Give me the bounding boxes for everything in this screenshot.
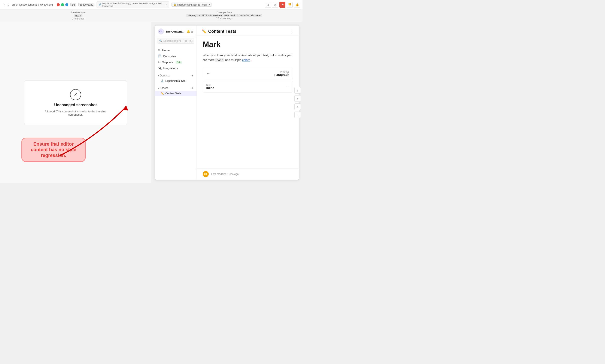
changes-info: Changes from steeve/rnd-4976-add-members…: [151, 11, 297, 20]
next-card-label: Next: [206, 84, 214, 86]
docs-add-button[interactable]: +: [191, 74, 193, 78]
side-buttons: ↓ ⤢ + −: [293, 85, 303, 120]
text-code: code: [215, 58, 224, 62]
indicators: [57, 3, 68, 6]
baseline-time: 2 hours ago: [72, 17, 84, 20]
sidebar: CT The Content T... 🔔 ⊟ 🔍 Search content…: [155, 26, 197, 180]
check-icon: ✓: [70, 89, 81, 100]
spaces-section: ▾ Spaces + ✏️ Content Tests: [155, 85, 196, 96]
nav-docs-sites[interactable]: 📄 Docs sites: [155, 53, 196, 59]
zoom-in-button[interactable]: +: [294, 104, 301, 110]
expand-button[interactable]: ⤢: [294, 95, 301, 102]
page-body-text: When you think your bold or italic about…: [203, 53, 293, 63]
docs-icon: 📄: [158, 54, 162, 58]
baseline-branch: main: [74, 14, 82, 17]
sidebar-header: CT The Content T... 🔔 ⊟: [155, 26, 196, 36]
nav-docs-label: Docs sites: [163, 55, 176, 58]
url-text: http://localhost:5000/o/org_content-test…: [102, 2, 165, 7]
nav-content-tests[interactable]: ✏️ Content Tests: [155, 91, 196, 96]
spec-icon: 🔒: [173, 3, 176, 6]
page-title: Mark: [203, 40, 293, 49]
search-bar[interactable]: 🔍 Search content ⌘ K: [157, 38, 194, 44]
unchanged-card: ✓ Unchanged screenshot All good! This sc…: [24, 80, 127, 125]
nav-integrations[interactable]: 🔌 Integrations: [155, 65, 196, 71]
content-header-title: Content Tests: [208, 29, 237, 34]
chevron-spaces-icon: ▾: [158, 87, 159, 89]
content-body: Mark When you think your bold or italic …: [197, 36, 299, 168]
search-k: K: [189, 39, 193, 42]
content-header: ✏️ Content Tests ⋮: [197, 26, 299, 36]
docs-section: ▾ Docs si... + 🔬 Experimental Site: [155, 73, 196, 83]
nav-up-button[interactable]: ↑: [2, 2, 6, 7]
changes-time: 22 minutes ago: [216, 17, 232, 19]
spaces-section-header[interactable]: ▾ Spaces +: [155, 85, 196, 91]
spec-link[interactable]: 🔒 specs/content.spec.ts › mark ↗: [171, 2, 212, 7]
annotation-bubble: Ensure that editor content has no style …: [21, 138, 86, 162]
docs-section-header[interactable]: ▾ Docs si... +: [155, 73, 196, 78]
nav-integrations-label: Integrations: [163, 66, 178, 70]
chevron-down-icon: ▾: [158, 75, 159, 77]
nav-down-button[interactable]: ↓: [7, 2, 10, 7]
close-diff-button[interactable]: ✕: [272, 2, 278, 8]
sidebar-header-icons: 🔔 ⊟: [186, 30, 193, 33]
external-link-icon: ↗: [166, 3, 167, 6]
main-area: ✓ Unchanged screenshot All good! This sc…: [0, 22, 303, 183]
prev-card-right: Previous Paragraph: [274, 70, 289, 77]
eye-button[interactable]: 👁: [279, 2, 285, 8]
content-footer: CT Last modified 10mo ago: [197, 168, 299, 180]
screenshot-counter: 1/3: [70, 3, 76, 6]
nav-snippets[interactable]: ✂ Snippets Beta: [155, 59, 196, 65]
link-icon: 🔗: [99, 3, 102, 6]
beta-badge: Beta: [176, 61, 182, 64]
zoom-out-button[interactable]: −: [294, 112, 301, 118]
spaces-add-button[interactable]: +: [191, 86, 193, 90]
unchanged-title: Unchanged screenshot: [54, 103, 97, 107]
more-options-button[interactable]: ⋮: [290, 29, 294, 34]
app-content: ✏️ Content Tests ⋮ Mark When you think y…: [197, 26, 299, 180]
next-card-left: Next Inline: [206, 84, 214, 90]
spec-text: specs/content.spec.ts › mark: [177, 3, 207, 6]
search-icon: 🔍: [159, 39, 162, 42]
last-modified-text: Last modified 10mo ago: [211, 173, 239, 176]
indicator-red: [57, 3, 60, 6]
grid-view-button[interactable]: ⊞: [265, 2, 271, 8]
url-bar[interactable]: 🔗 http://localhost:5000/o/org_content-te…: [97, 1, 169, 8]
download-button[interactable]: ↓: [294, 87, 301, 93]
nav-main: ⊞ Home 📄 Docs sites ✂ Snippets Beta 🔌: [155, 47, 196, 71]
text-italic: italic: [242, 53, 247, 57]
search-placeholder: Search content: [164, 39, 183, 42]
layout-icon[interactable]: ⊟: [191, 30, 193, 33]
nav-experimental-site[interactable]: 🔬 Experimental Site: [155, 78, 196, 83]
next-card-name: Inline: [206, 86, 214, 90]
annotation-text: Ensure that editor content has no style …: [31, 141, 77, 158]
experimental-label: Experimental Site: [166, 79, 186, 82]
thumbs-up-button[interactable]: 👍: [294, 2, 300, 8]
content-pencil-icon: ✏️: [202, 29, 206, 34]
monitor-icon: 🖥: [80, 3, 82, 6]
experimental-icon: 🔬: [161, 79, 164, 82]
integrations-icon: 🔌: [158, 66, 162, 70]
bell-icon[interactable]: 🔔: [186, 30, 190, 33]
baseline-info: Baseline from main 2 hours ago: [5, 11, 151, 20]
nav-buttons: ↑ ↓: [2, 2, 10, 7]
next-nav-card[interactable]: Next Inline →: [203, 81, 293, 92]
unchanged-desc: All good! This screenshot is similar to …: [37, 110, 114, 116]
nav-home[interactable]: ⊞ Home: [155, 47, 196, 53]
toolbar-right: ⊞ ✕ 👁 👎 👍: [265, 2, 300, 8]
nav-home-label: Home: [162, 49, 170, 52]
changes-label: Changes from: [217, 11, 232, 14]
workspace-name: The Content T...: [166, 30, 185, 33]
prev-card-name: Paragraph: [274, 73, 289, 77]
text-mid3: and multiple: [225, 58, 242, 62]
text-bold: bold: [231, 53, 237, 57]
right-panel: CT The Content T... 🔔 ⊟ 🔍 Search content…: [151, 22, 303, 183]
prev-card-label: Previous: [280, 70, 289, 73]
screenshot-title: chromium/content/mark vw-800.png: [12, 3, 53, 6]
prev-nav-card[interactable]: ← Previous Paragraph: [203, 68, 293, 79]
thumbs-down-button[interactable]: 👎: [287, 2, 293, 8]
user-avatar: CT: [203, 171, 209, 177]
info-bar: Baseline from main 2 hours ago Changes f…: [0, 9, 303, 22]
text-mid1: or: [238, 53, 241, 57]
prev-arrow-icon: ←: [206, 71, 210, 76]
workspace-avatar: CT: [158, 28, 164, 35]
